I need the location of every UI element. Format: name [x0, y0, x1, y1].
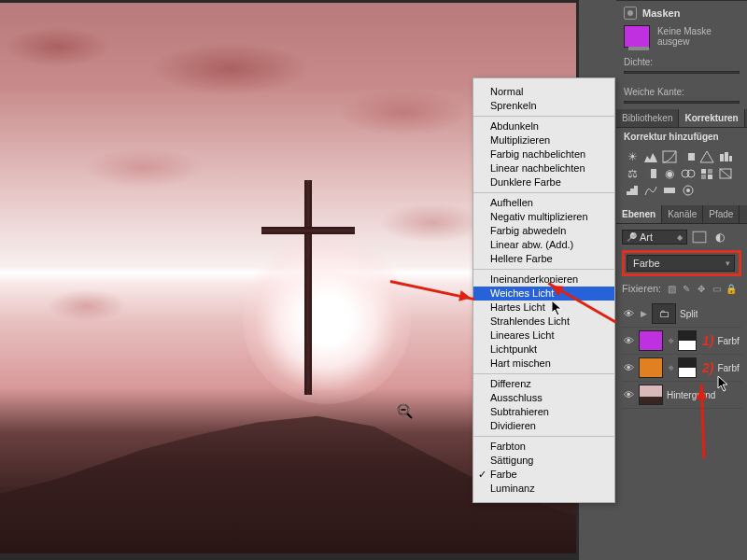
blend-hue[interactable]: Farbton — [473, 440, 614, 454]
tab-libraries[interactable]: Bibliotheken — [616, 109, 679, 127]
layer-thumb-1[interactable] — [639, 330, 663, 351]
link-icon[interactable]: ⎆ — [667, 363, 674, 372]
blend-difference[interactable]: Differenz — [473, 377, 614, 391]
density-slider[interactable] — [624, 71, 740, 74]
photo-filter-icon[interactable]: ◉ — [661, 166, 678, 181]
tab-adjustments[interactable]: Korrekturen — [679, 109, 744, 127]
blend-color-burn[interactable]: Farbig nachbelichten — [473, 147, 614, 161]
layer-name-2[interactable]: Farbf — [717, 363, 739, 373]
layer-group-name[interactable]: Split — [680, 309, 698, 319]
layer-mask-thumb-1[interactable] — [678, 330, 697, 351]
blend-darker-color[interactable]: Dunklere Farbe — [473, 175, 614, 189]
layer-thumb-bg[interactable] — [639, 385, 663, 405]
zoom-out-cursor-icon — [397, 403, 414, 420]
filter-adjust-icon[interactable]: ◐ — [712, 230, 728, 245]
gradient-map-icon[interactable] — [661, 183, 678, 198]
channel-mixer-icon[interactable] — [680, 166, 697, 181]
tab-channels[interactable]: Kanäle — [662, 205, 703, 223]
annotation-1: 1) — [702, 333, 713, 348]
lock-artboard-icon[interactable]: ▭ — [710, 282, 723, 295]
selective-color-icon[interactable] — [680, 183, 697, 198]
levels-icon[interactable] — [642, 149, 659, 164]
blend-linear-burn[interactable]: Linear nachbelichten — [473, 161, 614, 175]
feather-label: Weiche Kante: — [624, 87, 740, 97]
visibility-toggle-icon[interactable]: 👁 — [622, 362, 635, 373]
blend-subtract[interactable]: Subtrahieren — [473, 405, 614, 419]
blend-darken[interactable]: Abdunkeln — [473, 119, 614, 133]
blend-linear-light[interactable]: Lineares Licht — [473, 329, 614, 343]
lock-position-icon[interactable]: ✥ — [695, 282, 708, 295]
svg-point-13 — [687, 170, 695, 177]
blend-color-dodge[interactable]: Farbig abwedeln — [473, 224, 614, 238]
annotation-2: 2) — [702, 360, 713, 375]
svg-rect-9 — [729, 156, 732, 161]
add-adjustment-label: Korrektur hinzufügen — [616, 128, 747, 146]
layer-thumb-2[interactable] — [639, 357, 663, 378]
tab-paths[interactable]: Pfade — [703, 205, 740, 223]
blend-screen[interactable]: Negativ multiplizieren — [473, 210, 614, 224]
svg-rect-11 — [645, 169, 651, 178]
visibility-toggle-icon[interactable]: 👁 — [622, 389, 635, 400]
invert-icon[interactable] — [717, 166, 734, 181]
blend-mode-menu[interactable]: Normal Sprenkeln Abdunkeln Multipliziere… — [472, 77, 615, 503]
svg-rect-15 — [708, 169, 712, 174]
disclosure-triangle-icon[interactable]: ▶ — [639, 309, 648, 318]
blend-dissolve[interactable]: Sprenkeln — [473, 99, 614, 113]
blend-linear-dodge[interactable]: Linear abw. (Add.) — [473, 238, 614, 252]
curves-icon[interactable] — [661, 149, 678, 164]
vibrance-icon[interactable] — [698, 149, 715, 164]
svg-rect-17 — [708, 175, 712, 179]
layer-mask-thumb-2[interactable] — [678, 357, 697, 378]
visibility-toggle-icon[interactable]: 👁 — [622, 308, 635, 319]
svg-line-1 — [407, 413, 412, 418]
blend-normal[interactable]: Normal — [473, 85, 614, 99]
hue-sat-icon[interactable] — [717, 149, 734, 164]
blend-pin-light[interactable]: Lichtpunkt — [473, 343, 614, 357]
blend-lighten[interactable]: Aufhellen — [473, 196, 614, 210]
blend-color[interactable]: Farbe — [473, 468, 614, 482]
color-balance-icon[interactable]: ⚖ — [624, 166, 641, 181]
filter-pixel-icon[interactable] — [691, 230, 708, 245]
blend-hard-mix[interactable]: Hart mischen — [473, 357, 614, 371]
layer-name-1[interactable]: Farbf — [717, 336, 739, 346]
svg-point-21 — [686, 189, 690, 192]
blend-soft-light[interactable]: Weiches Licht — [473, 287, 614, 301]
svg-rect-6 — [682, 153, 688, 161]
folder-icon: 🗀 — [652, 303, 676, 324]
color-lookup-icon[interactable] — [698, 166, 715, 181]
layer-filter-type[interactable]: Art◆ — [622, 230, 687, 245]
no-mask-label: Keine Maske ausgew — [657, 26, 740, 47]
visibility-toggle-icon[interactable]: 👁 — [622, 335, 635, 346]
blend-saturation[interactable]: Sättigung — [473, 454, 614, 468]
svg-rect-4 — [663, 151, 676, 162]
bw-icon[interactable] — [642, 166, 659, 181]
blend-luminosity[interactable]: Luminanz — [473, 482, 614, 496]
threshold-icon[interactable] — [642, 183, 659, 198]
lock-all-icon[interactable]: 🔒 — [725, 282, 738, 295]
blend-overlay[interactable]: Ineinanderkopieren — [473, 273, 614, 287]
blend-multiply[interactable]: Multiplizieren — [473, 133, 614, 147]
layer-row-1[interactable]: 👁 ⎆ 1) Farbf — [622, 328, 741, 355]
layer-name-bg[interactable]: Hintergrund — [667, 390, 715, 400]
svg-rect-22 — [693, 231, 706, 242]
exposure-icon[interactable] — [680, 149, 697, 164]
brightness-icon[interactable]: ☀ — [624, 149, 641, 164]
density-label: Dichte: — [624, 57, 740, 67]
right-panel-column: Masken Keine Maske ausgew Dichte: Weiche… — [616, 0, 747, 560]
tab-layers[interactable]: Ebenen — [616, 205, 662, 223]
mask-swatch[interactable] — [624, 25, 650, 48]
feather-slider[interactable] — [624, 101, 740, 104]
masks-title: Masken — [642, 7, 680, 19]
blend-exclusion[interactable]: Ausschluss — [473, 391, 614, 405]
link-icon[interactable]: ⎆ — [667, 336, 674, 345]
lock-transparency-icon[interactable]: ▨ — [665, 282, 678, 295]
lock-pixels-icon[interactable]: ✎ — [680, 282, 693, 295]
posterize-icon[interactable] — [624, 183, 641, 198]
blend-vivid-light[interactable]: Strahlendes Licht — [473, 315, 614, 329]
layer-group-row[interactable]: 👁 ▶ 🗀 Split — [622, 301, 741, 328]
cursor-icon — [717, 375, 732, 396]
blend-divide[interactable]: Dividieren — [473, 419, 614, 433]
blend-lighter-color[interactable]: Hellere Farbe — [473, 252, 614, 266]
blend-mode-select[interactable]: Farbe — [627, 255, 735, 272]
mask-panel-icon — [624, 7, 637, 20]
